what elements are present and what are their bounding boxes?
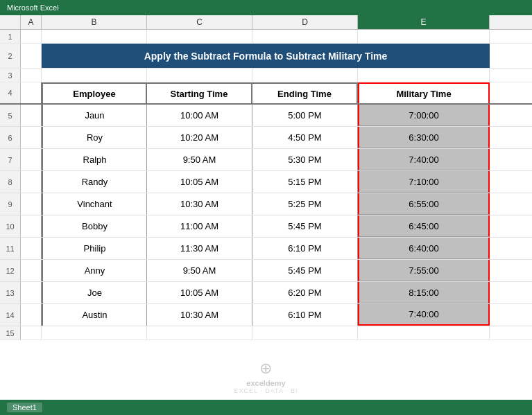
cell-a2[interactable]: [21, 44, 42, 68]
cell-military-11[interactable]: 6:40:00: [358, 238, 490, 259]
cell-employee-7[interactable]: Ralph: [42, 149, 147, 170]
cell-end-8[interactable]: 5:15 PM: [252, 171, 358, 193]
cell-a7[interactable]: [21, 149, 42, 170]
cell-end-7[interactable]: 5:30 PM: [252, 149, 358, 170]
col-header-e[interactable]: E: [358, 15, 490, 29]
cell-employee-12[interactable]: Anny: [42, 260, 147, 281]
cell-d1[interactable]: [252, 30, 358, 43]
cell-start-10[interactable]: 11:00 AM: [147, 215, 252, 237]
cell-a4[interactable]: [21, 82, 42, 103]
bottom-bar: Sheet1: [0, 400, 532, 415]
cell-employee-6[interactable]: Roy: [42, 127, 147, 148]
row-num-9: 9: [0, 193, 21, 215]
col-header-a[interactable]: A: [21, 15, 42, 29]
cell-a15[interactable]: [21, 326, 42, 339]
cell-a13[interactable]: [21, 282, 42, 303]
row-num-4: 4: [0, 82, 21, 103]
sheet-row-7: 7 Ralph 9:50 AM 5:30 PM 7:40:00: [0, 149, 532, 171]
cell-b1[interactable]: [42, 30, 147, 43]
cell-end-11[interactable]: 6:10 PM: [252, 238, 358, 259]
cell-military-13[interactable]: 8:15:00: [358, 282, 490, 303]
cell-b3[interactable]: [42, 69, 147, 82]
cell-end-10[interactable]: 5:45 PM: [252, 215, 358, 237]
cell-a5[interactable]: [21, 105, 42, 126]
sheet-row-3: 3: [0, 69, 532, 82]
cell-military-9[interactable]: 6:55:00: [358, 193, 490, 215]
cell-start-9[interactable]: 10:30 AM: [147, 193, 252, 215]
cell-military-14[interactable]: 7:40:00: [358, 304, 490, 326]
cell-a14[interactable]: [21, 304, 42, 326]
cell-military-5[interactable]: 7:00:00: [358, 105, 490, 126]
sheet-row-2: 2 Apply the Subtract Formula to Subtract…: [0, 44, 532, 69]
cell-employee-5[interactable]: Jaun: [42, 105, 147, 126]
cell-end-5[interactable]: 5:00 PM: [252, 105, 358, 126]
cell-end-12[interactable]: 5:45 PM: [252, 260, 358, 281]
row-num-6: 6: [0, 127, 21, 148]
cell-b15[interactable]: [42, 326, 147, 339]
cell-end-13[interactable]: 6:20 PM: [252, 282, 358, 303]
cell-employee-8[interactable]: Randy: [42, 171, 147, 193]
sheet-tab[interactable]: Sheet1: [7, 403, 42, 412]
cell-c15[interactable]: [147, 326, 252, 339]
cell-a10[interactable]: [21, 215, 42, 237]
cell-employee-14[interactable]: Austin: [42, 304, 147, 326]
cell-d3[interactable]: [252, 69, 358, 82]
cell-a12[interactable]: [21, 260, 42, 281]
row-num-11: 11: [0, 238, 21, 259]
cell-a9[interactable]: [21, 193, 42, 215]
cell-start-5[interactable]: 10:00 AM: [147, 105, 252, 126]
row-num-15: 15: [0, 326, 21, 339]
cell-d15[interactable]: [252, 326, 358, 339]
watermark-area: ⊕ exceldemy EXCEL · DATA · BI: [0, 340, 532, 400]
col-header-b[interactable]: B: [42, 15, 147, 29]
header-starting-time: Starting Time: [147, 82, 252, 103]
cell-a8[interactable]: [21, 171, 42, 193]
col-headers-row: A B C D E: [0, 15, 532, 30]
cell-start-7[interactable]: 9:50 AM: [147, 149, 252, 170]
cell-military-7[interactable]: 7:40:00: [358, 149, 490, 170]
cell-end-14[interactable]: 6:10 PM: [252, 304, 358, 326]
excel-top-chrome: Microsoft Excel: [0, 0, 532, 15]
cell-start-6[interactable]: 10:20 AM: [147, 127, 252, 148]
cell-start-8[interactable]: 10:05 AM: [147, 171, 252, 193]
cell-start-14[interactable]: 10:30 AM: [147, 304, 252, 326]
row-num-12: 12: [0, 260, 21, 281]
cell-a1[interactable]: [21, 30, 42, 43]
watermark: ⊕ exceldemy EXCEL · DATA · BI: [234, 360, 298, 394]
cell-e15[interactable]: [358, 326, 490, 339]
cell-c3[interactable]: [147, 69, 252, 82]
row-num-14: 14: [0, 304, 21, 326]
cell-military-10[interactable]: 6:45:00: [358, 215, 490, 237]
col-header-d[interactable]: D: [252, 15, 358, 29]
sheet-row-10: 10 Bobby 11:00 AM 5:45 PM 6:45:00: [0, 215, 532, 238]
sheet-row-11: 11 Philip 11:30 AM 6:10 PM 6:40:00: [0, 238, 532, 260]
row-num-7: 7: [0, 149, 21, 170]
cell-c1[interactable]: [147, 30, 252, 43]
spreadsheet-title: Apply the Subtract Formula to Subtract M…: [144, 51, 388, 62]
cell-e1[interactable]: [358, 30, 490, 43]
row-num-13: 13: [0, 282, 21, 303]
cell-employee-11[interactable]: Philip: [42, 238, 147, 259]
cell-employee-10[interactable]: Bobby: [42, 215, 147, 237]
row-num-5: 5: [0, 105, 21, 126]
cell-a11[interactable]: [21, 238, 42, 259]
row-num-10: 10: [0, 215, 21, 237]
cell-employee-9[interactable]: Vinchant: [42, 193, 147, 215]
cell-employee-13[interactable]: Joe: [42, 282, 147, 303]
cell-military-8[interactable]: 7:10:00: [358, 171, 490, 193]
sheet-row-4: 4 Employee Starting Time Ending Time Mil…: [0, 82, 532, 105]
cell-start-13[interactable]: 10:05 AM: [147, 282, 252, 303]
cell-a3[interactable]: [21, 69, 42, 82]
cell-start-12[interactable]: 9:50 AM: [147, 260, 252, 281]
sheet-row-6: 6 Roy 10:20 AM 4:50 PM 6:30:00: [0, 127, 532, 149]
col-header-c[interactable]: C: [147, 15, 252, 29]
cell-a6[interactable]: [21, 127, 42, 148]
cell-start-11[interactable]: 11:30 AM: [147, 238, 252, 259]
cell-end-9[interactable]: 5:25 PM: [252, 193, 358, 215]
cell-military-12[interactable]: 7:55:00: [358, 260, 490, 281]
cell-e3[interactable]: [358, 69, 490, 82]
app-title: Microsoft Excel: [7, 3, 59, 12]
row-num-3: 3: [0, 69, 21, 82]
cell-military-6[interactable]: 6:30:00: [358, 127, 490, 148]
cell-end-6[interactable]: 4:50 PM: [252, 127, 358, 148]
